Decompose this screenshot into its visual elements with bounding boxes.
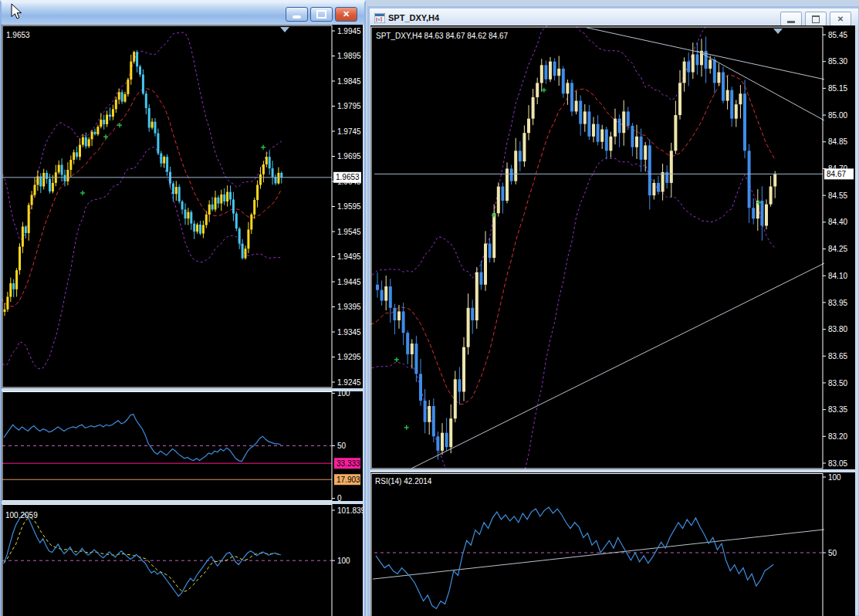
restore-button[interactable] xyxy=(805,12,827,26)
svg-text:50: 50 xyxy=(828,549,837,557)
chart-icon xyxy=(374,13,385,23)
minimize-icon xyxy=(787,21,795,23)
close-icon: ✕ xyxy=(343,10,350,19)
svg-text:83.80: 83.80 xyxy=(828,325,847,333)
close-button[interactable]: ✕ xyxy=(830,12,851,26)
svg-text:85.30: 85.30 xyxy=(828,57,847,66)
svg-text:100: 100 xyxy=(337,557,350,565)
svg-text:83.95: 83.95 xyxy=(828,299,847,307)
svg-text:83.65: 83.65 xyxy=(828,352,847,360)
close-button[interactable]: ✕ xyxy=(335,7,357,22)
svg-text:100.2059: 100.2059 xyxy=(5,511,38,520)
svg-text:84.25: 84.25 xyxy=(828,245,847,253)
svg-text:83.35: 83.35 xyxy=(828,405,847,414)
svg-text:1.9695: 1.9695 xyxy=(337,152,361,161)
restore-icon xyxy=(812,15,820,23)
svg-text:50: 50 xyxy=(337,442,347,450)
svg-text:1.9295: 1.9295 xyxy=(337,353,361,361)
svg-text:0: 0 xyxy=(337,494,342,501)
svg-text:84.67: 84.67 xyxy=(827,170,846,178)
svg-text:100: 100 xyxy=(337,391,350,398)
svg-text:1.9653: 1.9653 xyxy=(336,173,360,181)
left-indicator2-panel[interactable]: 101.8398100100.2059 xyxy=(2,504,363,616)
minimize-icon xyxy=(293,15,301,19)
svg-text:1.9653: 1.9653 xyxy=(6,31,30,39)
metatrader-workspace: ✕ SPT_DXY,H4 ✕ 1.99451.98951.98451.97951… xyxy=(0,0,859,616)
svg-text:83.50: 83.50 xyxy=(828,379,847,388)
svg-text:1.9395: 1.9395 xyxy=(337,303,361,311)
svg-text:1.9795: 1.9795 xyxy=(337,102,361,110)
maximize-button[interactable] xyxy=(310,7,333,22)
svg-text:1.9945: 1.9945 xyxy=(337,27,361,36)
svg-text:1.9545: 1.9545 xyxy=(337,228,361,236)
svg-text:84.55: 84.55 xyxy=(828,191,847,200)
svg-text:1.9495: 1.9495 xyxy=(337,252,361,261)
window-title: SPT_DXY,H4 xyxy=(388,13,439,22)
svg-text:1.9595: 1.9595 xyxy=(337,202,361,211)
left-indicator1-panel[interactable]: 1005033.333317.90390 xyxy=(2,391,363,501)
close-icon: ✕ xyxy=(837,15,844,23)
minimize-button[interactable] xyxy=(780,12,802,26)
svg-text:101.8398: 101.8398 xyxy=(337,506,363,515)
svg-text:83.20: 83.20 xyxy=(828,432,847,441)
left-main-chart[interactable]: 1.99451.98951.98451.97951.97451.96951.96… xyxy=(2,25,363,388)
mouse-cursor xyxy=(11,3,23,20)
svg-text:RSI(14) 42.2014: RSI(14) 42.2014 xyxy=(375,477,432,486)
svg-text:1.9445: 1.9445 xyxy=(337,278,361,286)
svg-text:1.9245: 1.9245 xyxy=(337,378,361,387)
right-window-titlebar[interactable]: SPT_DXY,H4 ✕ xyxy=(370,8,858,27)
right-main-chart[interactable]: 85.4585.3085.1585.0084.8584.7084.5584.40… xyxy=(370,25,855,469)
svg-text:84.40: 84.40 xyxy=(828,218,847,226)
svg-text:84.10: 84.10 xyxy=(828,272,847,280)
left-window-titlebar[interactable]: ✕ xyxy=(2,2,364,25)
right-rsi-panel[interactable]: 10050RSI(14) 42.2014 xyxy=(370,472,855,616)
svg-text:1.9745: 1.9745 xyxy=(337,127,361,136)
svg-text:1.9845: 1.9845 xyxy=(337,77,361,86)
svg-text:17.9039: 17.9039 xyxy=(336,476,363,484)
svg-text:SPT_DXY,H4 84.63 84.67 84.62: SPT_DXY,H4 84.63 84.67 84.62 84.67 xyxy=(376,32,508,40)
svg-text:1.9345: 1.9345 xyxy=(337,328,361,337)
svg-text:33.3333: 33.3333 xyxy=(336,459,363,468)
minimize-button[interactable] xyxy=(286,7,308,22)
svg-text:83.05: 83.05 xyxy=(828,459,847,468)
svg-text:85.45: 85.45 xyxy=(828,31,847,39)
svg-text:84.85: 84.85 xyxy=(828,137,847,146)
svg-text:85.00: 85.00 xyxy=(828,111,847,120)
svg-text:100: 100 xyxy=(828,473,841,482)
svg-text:1.9895: 1.9895 xyxy=(337,52,361,60)
maximize-icon xyxy=(316,10,326,19)
svg-text:85.15: 85.15 xyxy=(828,84,847,93)
